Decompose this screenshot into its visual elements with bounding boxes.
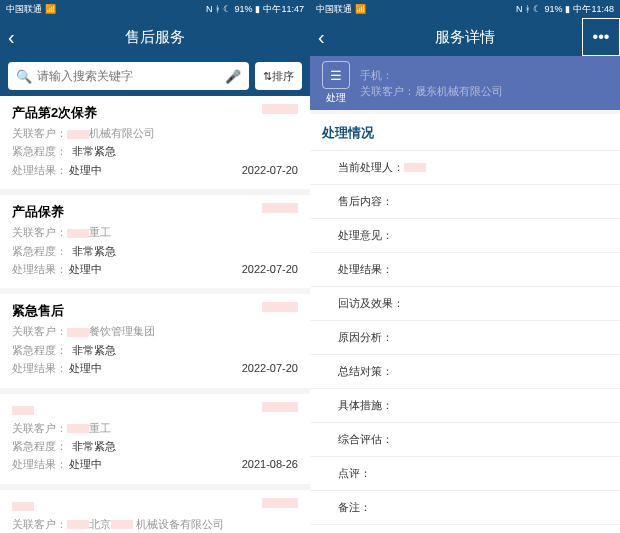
battery-label: 91% — [234, 4, 252, 14]
detail-row: 关联合同： — [310, 525, 620, 533]
detail-row: 综合评估： — [310, 423, 620, 457]
redacted — [262, 203, 298, 213]
more-button[interactable]: ••• — [582, 18, 620, 56]
section-title-process: 处理情况 — [310, 114, 620, 151]
moon-icon: ☾ — [223, 4, 231, 14]
signal-icon: 📶 — [45, 4, 56, 14]
detail-row: 原因分析： — [310, 321, 620, 355]
screen-service-detail: 中国联通 📶 N ᚼ ☾ 91% ▮ 中午11:48 ‹ 服务详情 ••• ☰ … — [310, 0, 620, 533]
sort-button[interactable]: ⇅ 排序 — [255, 62, 302, 90]
detail-content[interactable]: 处理情况 当前处理人：售后内容：处理意见：处理结果：回访及效果：原因分析：总结对… — [310, 110, 620, 533]
detail-row: 备注： — [310, 491, 620, 525]
search-row: 🔍 🎤 ⇅ 排序 — [0, 56, 310, 96]
status-bar: 中国联通 📶 N ᚼ ☾ 91% ▮ 中午11:47 — [0, 0, 310, 18]
sort-icon: ⇅ — [263, 70, 272, 83]
battery-label: 91% — [544, 4, 562, 14]
header: ‹ 服务详情 ••• — [310, 18, 620, 56]
redacted — [262, 498, 298, 508]
list-item[interactable]: 紧急售后关联客户：餐饮管理集团紧急程度：非常紧急处理结果：处理中2022-07-… — [0, 294, 310, 387]
detail-row: 回访及效果： — [310, 287, 620, 321]
search-box[interactable]: 🔍 🎤 — [8, 62, 249, 90]
time-label: 中午11:48 — [573, 3, 614, 16]
sort-label: 排序 — [272, 69, 294, 84]
screen-after-sales-list: 中国联通 📶 N ᚼ ☾ 91% ▮ 中午11:47 ‹ 售后服务 🔍 🎤 ⇅ … — [0, 0, 310, 533]
search-icon: 🔍 — [16, 69, 32, 84]
process-icon-label: 处理 — [326, 91, 346, 105]
battery-icon: ▮ — [255, 4, 260, 14]
list-item[interactable]: 产品保养关联客户：重工紧急程度：非常紧急处理结果：处理中2022-07-20 — [0, 195, 310, 288]
page-title: 售后服务 — [125, 28, 185, 47]
search-input[interactable] — [37, 69, 225, 83]
info-text: 手机： 关联客户：晟东机械有限公司 — [360, 67, 608, 100]
list-item[interactable]: 产品第2次保养关联客户：机械有限公司紧急程度：非常紧急处理结果：处理中2022-… — [0, 96, 310, 189]
back-button[interactable]: ‹ — [318, 26, 325, 49]
nfc-icon: N — [206, 4, 213, 14]
signal-icon: 📶 — [355, 4, 366, 14]
detail-row: 具体措施： — [310, 389, 620, 423]
moon-icon: ☾ — [533, 4, 541, 14]
bluetooth-icon: ᚼ — [525, 4, 530, 14]
detail-row: 点评： — [310, 457, 620, 491]
detail-row: 处理意见： — [310, 219, 620, 253]
header: ‹ 售后服务 — [0, 18, 310, 56]
detail-row: 当前处理人： — [310, 151, 620, 185]
list-item[interactable]: 关联客户：重工紧急程度：非常紧急处理结果：处理中2021-08-26 — [0, 394, 310, 484]
redacted — [262, 104, 298, 114]
time-label: 中午11:47 — [263, 3, 304, 16]
nfc-icon: N — [516, 4, 523, 14]
detail-row: 处理结果： — [310, 253, 620, 287]
mic-icon[interactable]: 🎤 — [225, 69, 241, 84]
process-icon[interactable]: ☰ — [322, 61, 350, 89]
battery-icon: ▮ — [565, 4, 570, 14]
list-content[interactable]: 产品第2次保养关联客户：机械有限公司紧急程度：非常紧急处理结果：处理中2022-… — [0, 96, 310, 533]
redacted — [262, 302, 298, 312]
info-head: ☰ 处理 手机： 关联客户：晟东机械有限公司 — [310, 56, 620, 110]
carrier-label: 中国联通 — [6, 3, 42, 16]
page-title: 服务详情 — [435, 28, 495, 47]
bluetooth-icon: ᚼ — [215, 4, 220, 14]
redacted — [262, 402, 298, 412]
detail-row: 总结对策： — [310, 355, 620, 389]
list-item[interactable]: 关联客户：北京 机械设备有限公司紧急程度：非常紧急 — [0, 490, 310, 533]
detail-row: 售后内容： — [310, 185, 620, 219]
status-bar: 中国联通 📶 N ᚼ ☾ 91% ▮ 中午11:48 — [310, 0, 620, 18]
back-button[interactable]: ‹ — [8, 26, 15, 49]
carrier-label: 中国联通 — [316, 3, 352, 16]
